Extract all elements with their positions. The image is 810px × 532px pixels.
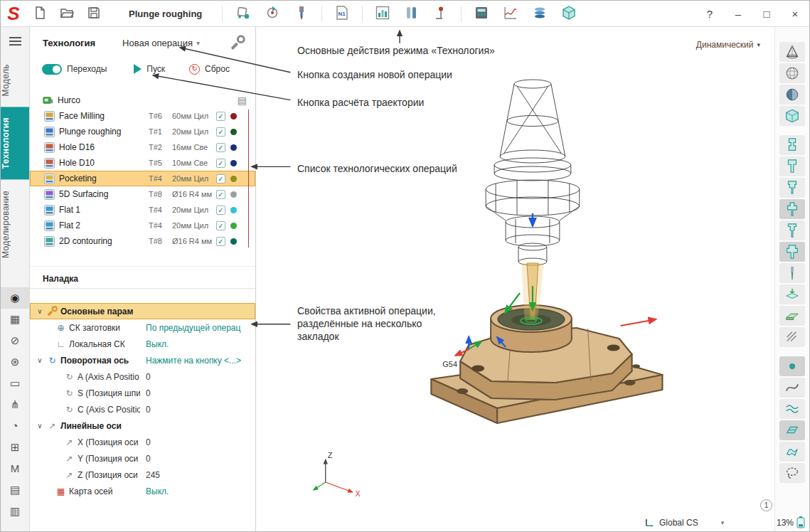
operation-checkbox[interactable]: ✓ (216, 237, 225, 246)
transitions-toggle[interactable] (42, 64, 62, 75)
property-row[interactable]: ▦Карта осейВыкл. (30, 483, 255, 499)
pick-target-icon[interactable]: ◉ (1, 287, 29, 309)
operation-checkbox[interactable]: ✓ (216, 174, 225, 183)
run-play-icon[interactable] (134, 64, 142, 74)
operation-checkbox[interactable]: ✓ (216, 143, 225, 152)
gcode-program-icon[interactable]: N1 (333, 4, 351, 23)
tab-modeling[interactable]: Моделирование (1, 180, 29, 269)
view-shaded-icon[interactable] (779, 106, 805, 126)
history-icon[interactable]: ◔ (1, 415, 29, 437)
app-logo[interactable]: S (1, 1, 26, 26)
table-icon[interactable]: ▤ (1, 479, 29, 501)
operation-checkbox[interactable]: ✓ (216, 112, 225, 121)
surface-select-icon[interactable] (779, 420, 805, 440)
menu-icon[interactable] (9, 35, 21, 48)
holder-type-4-icon[interactable] (779, 199, 805, 219)
diagnostics-graph-icon[interactable] (501, 4, 520, 23)
operation-checkbox[interactable]: ✓ (216, 206, 225, 215)
holder-type-5-icon[interactable] (779, 220, 805, 240)
property-value[interactable]: 245 (146, 470, 251, 480)
operation-row[interactable]: Hole D10T#510мм Све✓ (30, 155, 255, 171)
chevron-down-icon[interactable]: ∨ (36, 356, 44, 364)
point-select-icon[interactable] (779, 356, 805, 376)
workpiece-machining-icon[interactable] (234, 4, 252, 23)
property-row[interactable]: ∨↗Линейные оси (30, 417, 255, 434)
save-document-icon[interactable] (82, 4, 105, 23)
property-value[interactable]: По предыдущей операц (146, 323, 251, 333)
maximize-button[interactable]: □ (752, 3, 781, 24)
new-document-icon[interactable] (28, 4, 51, 23)
property-row[interactable]: ↗X (Позиция оси0 (30, 434, 255, 450)
lasso-select-icon[interactable] (779, 463, 805, 483)
operation-settings-wrench-icon[interactable] (230, 35, 245, 50)
property-row[interactable]: ⊕СК заготовкиПо предыдущей операц (30, 319, 255, 336)
close-button[interactable]: × (781, 3, 809, 24)
operation-row[interactable]: Hole D16T#216мм Све✓ (30, 139, 255, 155)
workplane-icon[interactable]: ▭ (1, 373, 29, 394)
list-icon[interactable]: ▥ (1, 501, 29, 522)
property-row[interactable]: ∟Локальная СКВыкл. (30, 336, 255, 352)
holder-type-3-icon[interactable] (779, 178, 805, 198)
operation-row[interactable]: PocketingT#420мм Цил✓ (30, 171, 255, 186)
operation-checkbox[interactable]: ✓ (216, 221, 225, 230)
settings-gear-icon[interactable]: ⊛ (1, 351, 29, 373)
postprocessor-icon[interactable] (560, 4, 578, 23)
split-branch-icon[interactable]: ⋔ (1, 394, 29, 415)
reset-label[interactable]: Сброс (205, 64, 230, 74)
machine-row[interactable]: Hurco ▤ (30, 92, 255, 108)
wave-surface-icon[interactable] (779, 399, 805, 419)
tool-setup-icon[interactable] (292, 4, 311, 23)
operation-row[interactable]: 5D SurfacingT#8Ø16 R4 мм✓ (30, 186, 255, 202)
property-value[interactable]: 0 (146, 405, 251, 415)
sheet-select-icon[interactable] (779, 442, 805, 462)
tab-technology[interactable]: Технология (1, 107, 29, 179)
operation-row[interactable]: Flat 2T#420мм Цил✓ (30, 218, 255, 233)
fixture-plate-icon[interactable] (779, 306, 805, 326)
add-solid-icon[interactable]: ⊞ (1, 437, 29, 458)
operation-row[interactable]: 2D contouringT#8Ø16 R4 мм✓ (30, 233, 255, 249)
layers-icon[interactable] (531, 4, 549, 23)
raster-grid-icon[interactable]: ▦ (1, 309, 29, 330)
property-row[interactable]: ∨Основные парам (30, 303, 255, 319)
restrict-icon[interactable]: ⊘ (1, 330, 29, 351)
view-shaded-edges-icon[interactable] (779, 85, 805, 105)
hatch-section-icon[interactable] (779, 327, 805, 347)
zoom-level[interactable]: 13% (777, 516, 805, 528)
view-mode-dropdown[interactable]: Динамический ▾ (696, 40, 760, 50)
macro-icon[interactable]: M (1, 458, 29, 479)
operation-checkbox[interactable]: ✓ (216, 190, 225, 199)
property-row[interactable]: ∨↻Поворотная осьНажмите на кнопку <...> (30, 352, 255, 368)
property-row[interactable]: ↻A (Axis A Positio0 (30, 368, 255, 385)
holder-type-1-icon[interactable] (779, 135, 805, 155)
property-value[interactable]: 0 (146, 388, 251, 398)
minimize-button[interactable]: – (724, 3, 752, 24)
new-operation-dropdown[interactable]: Новая операция ▾ (122, 38, 200, 48)
holder-type-2-icon[interactable] (779, 156, 805, 176)
property-value[interactable]: 0 (146, 437, 251, 447)
operation-row[interactable]: Face MillingT#660мм Цил✓ (30, 108, 255, 124)
property-row[interactable]: ↻C (Axis C Positio0 (30, 401, 255, 417)
chevron-down-icon[interactable]: ∨ (36, 307, 44, 315)
property-row[interactable]: ↗Z (Позиция оси245 (30, 467, 255, 483)
open-document-icon[interactable] (55, 4, 78, 23)
operation-row[interactable]: Plunge roughingT#120мм Цил✓ (30, 124, 255, 139)
property-value[interactable]: Нажмите на кнопку <...> (146, 356, 251, 366)
run-label[interactable]: Пуск (146, 64, 165, 74)
operation-row[interactable]: Flat 1T#420мм Цил✓ (30, 202, 255, 218)
rotary-machining-icon[interactable] (263, 4, 282, 23)
operation-checkbox[interactable]: ✓ (216, 159, 225, 168)
machine-panel-icon[interactable] (472, 4, 491, 23)
property-value[interactable]: Выкл. (146, 339, 251, 349)
coordinate-system-selector[interactable]: Global CS ▾ (644, 517, 724, 528)
operation-checkbox[interactable]: ✓ (216, 127, 225, 137)
property-row[interactable]: ↗Y (Позиция оси0 (30, 450, 255, 467)
reset-icon[interactable]: ↻ (189, 64, 200, 75)
property-value[interactable]: 0 (146, 372, 251, 382)
curve-select-icon[interactable] (779, 378, 805, 398)
help-button[interactable]: ? (696, 3, 724, 24)
property-value[interactable]: Выкл. (146, 486, 251, 496)
tool-library-icon[interactable] (403, 4, 421, 23)
probe-icon[interactable] (432, 4, 450, 23)
chevron-down-icon[interactable]: ∨ (36, 422, 44, 430)
view-mesh-icon[interactable] (779, 63, 805, 83)
